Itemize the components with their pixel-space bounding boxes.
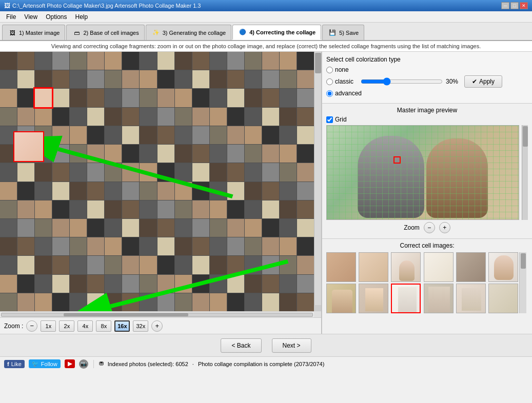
correcting-icon: 🔵: [238, 28, 247, 37]
cell-images-grid: [326, 252, 519, 313]
slider-value: 30%: [446, 78, 461, 85]
preview-scroll-thumb[interactable]: [523, 126, 528, 147]
close-button[interactable]: ✕: [520, 2, 528, 9]
cell-thumb-6[interactable]: [488, 252, 518, 282]
radio-classic[interactable]: classic: [326, 78, 353, 85]
cell-images-container: [326, 252, 528, 313]
navigation-buttons: < Back Next >: [0, 334, 532, 356]
youtube-widget[interactable]: ▶: [65, 359, 75, 368]
radio-none[interactable]: none: [326, 66, 349, 73]
zoom-1x-button[interactable]: 1x: [41, 320, 56, 332]
cell-thumb-3[interactable]: [391, 252, 421, 282]
menu-help[interactable]: Help: [71, 12, 92, 22]
twitter-icon: 🐦: [32, 360, 39, 367]
preview-vscrollbar[interactable]: [522, 125, 528, 220]
radio-classic-input[interactable]: [326, 78, 333, 85]
tab-correcting[interactable]: 🔵 4) Correcting the collage: [232, 25, 321, 40]
zoom-2x-button[interactable]: 2x: [59, 320, 74, 332]
maximize-button[interactable]: □: [510, 2, 519, 9]
grid-checkbox-row: Grid: [326, 116, 528, 123]
titlebar: 🖼 C:\_Artensoft Photo Collage Maker\3.jp…: [0, 0, 532, 11]
status-divider-icon: ⛃: [99, 360, 104, 367]
back-button[interactable]: < Back: [221, 338, 261, 353]
collage-vscroll-thumb[interactable]: [315, 53, 321, 73]
radio-advanced-input[interactable]: [326, 90, 333, 97]
cell-thumb-7[interactable]: [326, 284, 356, 313]
cell-figure2: [494, 255, 514, 280]
preview-grid: [327, 126, 519, 219]
tab-base-cell-images[interactable]: 🗃 2) Base of cell images: [66, 25, 144, 40]
cell-thumb-2[interactable]: [359, 252, 388, 282]
tab-save[interactable]: 💾 5) Save: [322, 25, 364, 40]
facebook-widget[interactable]: f Like: [4, 360, 25, 368]
titlebar-text: C:\_Artensoft Photo Collage Maker\3.jpg …: [12, 3, 201, 9]
selected-cell-highlight: [13, 131, 44, 162]
collage-area[interactable]: [0, 52, 321, 311]
correct-cells-section: Correct cell images:: [322, 239, 532, 334]
statusbar: f Like 🐦 Follow ▶ 📷 ⛃ Indexed photos (se…: [0, 356, 532, 371]
radio-advanced[interactable]: advanced: [326, 90, 362, 97]
grid-checkbox[interactable]: [326, 116, 333, 123]
menu-options[interactable]: Options: [42, 12, 71, 22]
collage-hscrollbar[interactable]: [0, 311, 314, 317]
tab-master-image[interactable]: 🖼 1) Master image: [2, 25, 65, 40]
like-label[interactable]: Like: [11, 361, 22, 367]
right-panel: Select cell colorization type none class…: [322, 52, 532, 334]
preview-selected-cell: [393, 156, 401, 164]
cell-thumb-8[interactable]: [359, 284, 388, 313]
cell-thumb-1[interactable]: [326, 252, 356, 282]
radio-none-label: none: [335, 66, 349, 73]
zoom-out-button[interactable]: −: [26, 320, 37, 332]
radio-none-input[interactable]: [326, 67, 333, 73]
master-preview-section: Master image preview Grid: [322, 104, 532, 239]
cell-figure7: [462, 288, 481, 311]
cell-thumb-4[interactable]: [424, 252, 454, 282]
grid-label: Grid: [335, 116, 347, 123]
next-button[interactable]: Next >: [272, 338, 311, 353]
cell-images-scrollbar[interactable]: [519, 252, 526, 313]
apply-button[interactable]: ✔ Apply: [464, 75, 502, 88]
tabbar: 🖼 1) Master image 🗃 2) Base of cell imag…: [0, 23, 532, 41]
menubar: File View Options Help: [0, 11, 532, 23]
colorization-options: none: [326, 66, 528, 73]
cell-thumb-5[interactable]: [456, 252, 486, 282]
cell-thumb-12[interactable]: [488, 284, 518, 313]
cell-thumb-10[interactable]: [424, 284, 454, 313]
status-divider-1: [93, 360, 94, 368]
radio-advanced-label: advanced: [335, 90, 362, 97]
status-dot: ·: [192, 361, 194, 367]
titlebar-controls[interactable]: ─ □ ✕: [501, 2, 528, 9]
zoombar: Zoom : − 1x 2x 4x 8x 16x 32x +: [0, 317, 321, 334]
hscroll-thumb[interactable]: [64, 313, 188, 316]
tab-generating[interactable]: ✨ 3) Generating the collage: [146, 25, 232, 40]
hscroll-track[interactable]: [1, 313, 313, 317]
twitter-widget[interactable]: 🐦 Follow: [29, 359, 61, 368]
colorization-slider[interactable]: [361, 77, 443, 86]
minimize-button[interactable]: ─: [501, 2, 509, 9]
preview-zoom-out[interactable]: −: [424, 222, 435, 233]
cell-figure: [399, 260, 415, 281]
colorization-classic-row: classic 30% ✔ Apply: [326, 75, 528, 88]
zoom-32x-button[interactable]: 32x: [133, 320, 148, 332]
cell-figure3: [332, 290, 352, 313]
zoom-4x-button[interactable]: 4x: [77, 320, 93, 332]
preview-zoom-row: Zoom − +: [326, 220, 528, 235]
zoom-16x-button[interactable]: 16x: [114, 320, 130, 332]
save-icon: 💾: [328, 28, 337, 37]
instagram-widget[interactable]: 📷: [79, 359, 88, 369]
cell-figure6: [428, 287, 450, 312]
preview-zoom-in[interactable]: +: [439, 222, 450, 233]
left-panel: Zoom : − 1x 2x 4x 8x 16x 32x +: [0, 52, 322, 334]
menu-file[interactable]: File: [2, 12, 20, 22]
cell-thumb-11[interactable]: [456, 284, 486, 313]
preview-image[interactable]: [326, 125, 519, 220]
master-image-icon: 🖼: [8, 28, 17, 37]
zoom-in-button[interactable]: +: [151, 320, 163, 332]
follow-label[interactable]: Follow: [41, 361, 57, 367]
colorization-section: Select cell colorization type none class…: [322, 52, 532, 104]
cell-scroll-thumb[interactable]: [521, 253, 526, 269]
zoom-8x-button[interactable]: 8x: [96, 320, 111, 332]
cell-thumb-9-selected[interactable]: [391, 284, 421, 313]
collage-vscrollbar[interactable]: [314, 52, 321, 305]
menu-view[interactable]: View: [20, 12, 42, 22]
